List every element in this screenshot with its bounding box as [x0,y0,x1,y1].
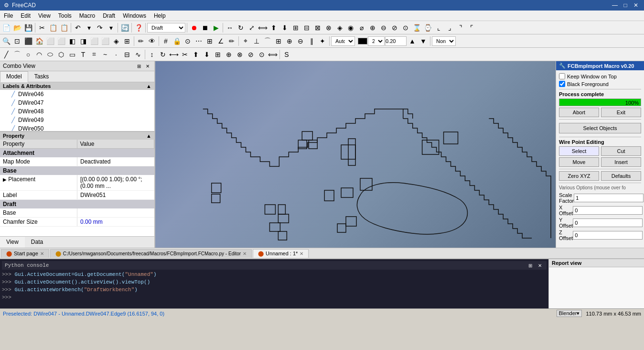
3d-view[interactable] [155,61,556,248]
tree-item-dwire048[interactable]: ╱ DWire048 [0,107,154,116]
prop-row-placement[interactable]: ▶ Placement [(0.00 0.00 1.00); 0.00 °; (… [0,175,154,191]
view-back[interactable]: ⬜ [56,36,66,46]
menu-macro[interactable]: Macro [75,11,99,20]
draft-bezier[interactable]: ∿ [133,49,143,60]
line-width-up[interactable]: ▲ [407,36,418,46]
redo-dropdown[interactable]: ▾ [106,22,116,33]
tab-editor[interactable]: ⬤ C:/Users/mwganson/Documents/freecad/Ma… [50,249,252,258]
snap-near[interactable]: ⊞ [273,36,284,46]
line-width[interactable]: 2px [368,36,385,46]
btn1[interactable]: ⬇ [279,22,290,33]
mirror-btn[interactable]: ⟺ [258,22,268,33]
view-home[interactable]: 🏠 [34,36,44,46]
macro-record[interactable]: ⏺ [189,22,199,33]
menu-windows[interactable]: Windows [119,11,150,20]
draft-path-array[interactable]: ⊗ [235,49,245,60]
redo-btn[interactable]: ↷ [95,22,105,33]
btn14[interactable]: ⌚ [422,22,433,33]
view-right[interactable]: ◧ [67,36,77,46]
draft-clone[interactable]: ⊘ [246,49,256,60]
scale-factor-input[interactable] [574,194,644,202]
z-offset-input[interactable] [573,231,643,240]
snap-radius-input[interactable] [385,36,407,46]
btn15[interactable]: ⌞ [433,22,444,33]
draw-style[interactable]: ✏ [136,36,146,46]
snap-par[interactable]: ∥ [306,36,317,46]
btn4[interactable]: ⊠ [312,22,323,33]
cut-btn[interactable]: ✂ [37,22,47,33]
snap-angle[interactable]: ∠ [215,36,226,46]
close-button[interactable]: ✕ [632,1,640,10]
btn5[interactable]: ⊗ [323,22,334,33]
draft-polygon[interactable]: ⬡ [56,49,66,60]
select-button[interactable]: Select [559,146,599,156]
cut-button[interactable]: Cut [601,146,641,156]
tab-view[interactable]: View [0,237,25,248]
refresh-btn[interactable]: 🔄 [119,22,130,33]
draft-move[interactable]: ↕ [147,49,157,60]
combo-float[interactable]: ⊞ [135,62,143,70]
python-close[interactable]: ✕ [536,262,544,269]
draft-ellipse[interactable]: ⬭ [45,49,55,60]
draft-arc[interactable]: ◠ [34,49,44,60]
macro-stop[interactable]: ⏹ [200,22,210,33]
undo-dropdown[interactable]: ▾ [84,22,94,33]
snap-lock[interactable]: 🔒 [172,36,182,46]
open-btn[interactable]: 📂 [12,22,22,33]
btn16[interactable]: ⌟ [444,22,455,33]
draft-upgrade[interactable]: ⬆ [191,49,201,60]
maximize-button[interactable]: □ [621,1,630,10]
macro-run[interactable]: ▶ [211,22,221,33]
btn2[interactable]: ⊞ [290,22,301,33]
select-objects-button[interactable]: Select Objects [559,123,641,133]
extrude-btn[interactable]: ⬆ [268,22,279,33]
btn10[interactable]: ⊖ [378,22,389,33]
view-top[interactable]: ⬜ [89,36,99,46]
snap-ort[interactable]: ⊕ [284,36,295,46]
draft-downgrade[interactable]: ⬇ [202,49,212,60]
tab-unnamed-close[interactable]: ✕ [300,251,303,256]
y-offset-input[interactable] [573,219,643,227]
snap-ext[interactable]: ⊖ [295,36,306,46]
tab-model[interactable]: Model [0,71,28,82]
workbench-dropdown[interactable]: Draft [147,23,185,33]
draft-bspline[interactable]: ~ [100,49,110,60]
snap-perp[interactable]: ⊥ [251,36,262,46]
undo-btn[interactable]: ↶ [73,22,83,33]
nav-mode-button[interactable]: Blender▾ [557,310,582,317]
rotate-btn[interactable]: ↻ [236,22,246,33]
help-btn[interactable]: ❓ [133,22,144,33]
tree-item-dwire046[interactable]: ╱ DWire046 [0,90,154,98]
draft-circle[interactable]: ○ [23,49,33,60]
draft-facebinder[interactable]: ⊟ [122,49,132,60]
btn18[interactable]: ⌜ [466,22,477,33]
color-swatch[interactable] [358,38,367,44]
menu-draft[interactable]: Draft [99,11,119,20]
draft-point[interactable]: · [111,49,121,60]
new-btn[interactable]: 📄 [1,22,11,33]
keep-window-checkbox[interactable] [559,73,565,79]
btn17[interactable]: ⌝ [455,22,466,33]
btn9[interactable]: ⊕ [367,22,378,33]
exit-button[interactable]: Exit [601,108,641,117]
btn8[interactable]: ⌀ [356,22,367,33]
snap-more[interactable]: ⋯ [193,36,204,46]
menu-tools[interactable]: Tools [54,11,75,20]
view-zoom-in[interactable]: 🔍 [1,36,11,46]
combo-close[interactable]: ✕ [144,62,151,70]
btn7[interactable]: ◉ [345,22,356,33]
draft-text[interactable]: T [78,49,88,60]
menu-file[interactable]: File [0,11,17,20]
snap-spec[interactable]: ✦ [317,36,328,46]
draft-line[interactable]: ╱ [1,49,11,60]
tree-list[interactable]: ╱ DWire046 ╱ DWire047 ╱ DWire048 ╱ DWire… [0,90,154,131]
snap-tan[interactable]: ⌒ [262,36,273,46]
draft-to-sketch[interactable]: ⊞ [213,49,223,60]
view-bottom[interactable]: ⬜ [100,36,110,46]
view-cube[interactable]: ⬛ [23,36,33,46]
btn12[interactable]: ⊙ [400,22,411,33]
draft-wire[interactable]: ⌒ [12,49,22,60]
menu-view[interactable]: View [34,11,54,20]
tab-start-page[interactable]: ⬤ Start page ✕ [1,249,49,258]
snap-grid[interactable]: # [161,36,171,46]
